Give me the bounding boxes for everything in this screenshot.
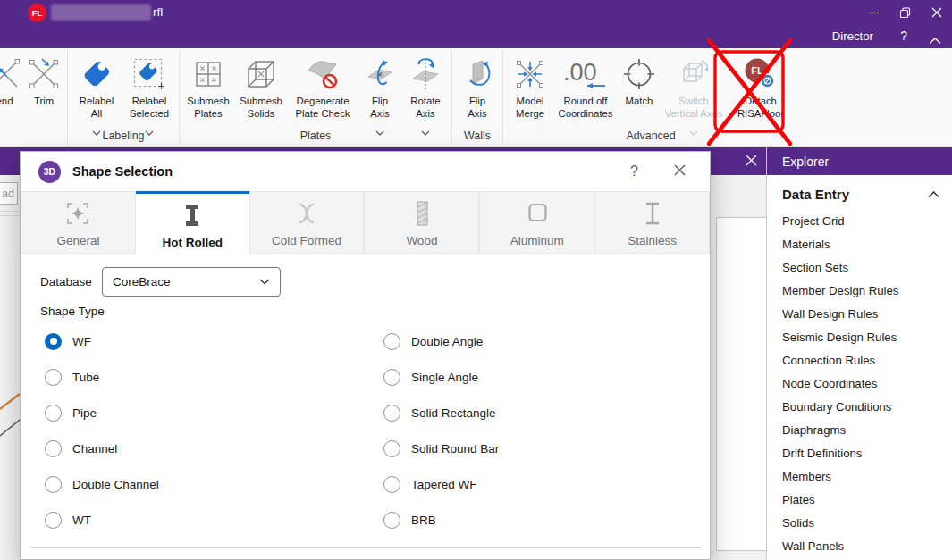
radio-option-single-angle[interactable]: Single Angle xyxy=(383,366,499,388)
dialog-header: 3D Shape Selection ? xyxy=(21,152,710,191)
explorer-panel: Explorer Data Entry Project Grid Materia… xyxy=(766,147,952,560)
shape-options-left-column: WF Tube Pipe Channel Double Channel WT xyxy=(45,330,159,531)
group-label-labeling: Labeling xyxy=(97,130,150,146)
tab-aluminum[interactable]: Aluminum xyxy=(479,191,594,254)
radio-option-brb[interactable]: BRB xyxy=(383,509,499,531)
database-label: Database xyxy=(40,267,92,297)
explorer-item-plates[interactable]: Plates xyxy=(767,489,952,512)
group-separator xyxy=(67,50,68,145)
radio-icon xyxy=(383,512,400,529)
relabel-selected-button[interactable]: Relabel Selected xyxy=(122,48,176,130)
aluminum-tab-icon xyxy=(521,197,553,230)
explorer-item-member-design-rules[interactable]: Member Design Rules xyxy=(767,280,952,303)
flip-axis-plates-button[interactable]: Flip Axis xyxy=(358,48,402,130)
radio-option-double-angle[interactable]: Double Angle xyxy=(383,330,499,352)
trim-button[interactable]: Trim xyxy=(23,48,64,107)
submesh-solids-button[interactable]: Submesh Solids xyxy=(234,48,288,121)
close-button[interactable] xyxy=(922,0,952,25)
explorer-item-node-coordinates[interactable]: Node Coordinates xyxy=(767,372,952,396)
submesh-plates-button[interactable]: Submesh Plates xyxy=(182,48,234,121)
match-icon xyxy=(621,53,657,95)
explorer-item-drift-definitions[interactable]: Drift Definitions xyxy=(767,442,952,465)
model-members-lines xyxy=(0,175,20,560)
explorer-item-connection-rules[interactable]: Connection Rules xyxy=(767,349,952,372)
model-view-close-button[interactable] xyxy=(745,154,758,171)
model-merge-button[interactable]: Model Merge xyxy=(506,48,554,121)
database-selected-value: CoreBrace xyxy=(113,275,259,288)
radio-icon xyxy=(383,333,400,350)
tab-cold-formed[interactable]: Cold Formed xyxy=(249,191,365,254)
explorer-item-solids[interactable]: Solids xyxy=(767,512,952,535)
director-menu[interactable]: Director xyxy=(832,29,873,43)
ribbon-group-modify: end Trim xyxy=(0,48,64,146)
radio-icon xyxy=(45,476,62,493)
explorer-item-members[interactable]: Members xyxy=(767,465,952,489)
radio-option-pipe[interactable]: Pipe xyxy=(45,402,159,423)
match-button[interactable]: Match xyxy=(617,48,661,107)
data-entry-section-header[interactable]: Data Entry xyxy=(767,175,952,210)
group-separator xyxy=(179,50,180,145)
redacted-filename xyxy=(51,4,151,21)
radio-icon xyxy=(383,369,400,386)
switch-vertical-axes-button[interactable]: Switch Vertical Axes xyxy=(661,48,726,130)
detach-risafloor-button[interactable]: FL Detach RISAFloor xyxy=(726,48,796,121)
radio-option-wf[interactable]: WF xyxy=(45,330,159,352)
wall-flip-axis-icon xyxy=(459,53,495,95)
help-button[interactable]: ? xyxy=(900,29,907,43)
explorer-item-diaphragms[interactable]: Diaphragms xyxy=(767,419,952,442)
general-tab-icon xyxy=(62,197,94,230)
rotate-axis-button[interactable]: Rotate Axis xyxy=(402,48,449,130)
shape-selection-dialog: 3D Shape Selection ? General Hot Roll xyxy=(20,151,711,560)
radio-option-wt[interactable]: WT xyxy=(45,509,159,531)
explorer-item-seismic-design-rules[interactable]: Seismic Design Rules xyxy=(767,326,952,349)
tab-general[interactable]: General xyxy=(21,191,136,254)
dialog-3d-icon: 3D xyxy=(38,161,61,183)
shape-category-tabs: General Hot Rolled Cold Formed xyxy=(21,191,710,254)
collapse-ribbon-button[interactable] xyxy=(929,32,941,48)
svg-text:FL: FL xyxy=(751,65,763,76)
dropdown-chevron-icon xyxy=(145,123,154,130)
explorer-item-materials[interactable]: Materials xyxy=(767,233,952,256)
close-icon xyxy=(745,154,758,167)
degenerate-plate-check-button[interactable]: Degenerate Plate Check xyxy=(288,48,358,121)
group-label-plates: Plates xyxy=(295,130,336,146)
dropdown-chevron-icon xyxy=(421,123,430,130)
radio-option-tapered-wf[interactable]: Tapered WF xyxy=(383,473,499,495)
explorer-item-wall-panels[interactable]: Wall Panels xyxy=(767,535,952,558)
hot-rolled-tab-icon xyxy=(176,199,208,231)
explorer-item-boundary-conditions[interactable]: Boundary Conditions xyxy=(767,396,952,419)
radio-icon xyxy=(383,440,400,457)
risafloor-logo-icon: FL xyxy=(28,4,46,22)
restore-icon xyxy=(899,7,911,19)
flip-axis-walls-button[interactable]: Flip Axis xyxy=(455,48,500,121)
workspace-right-sliver xyxy=(711,175,766,560)
dialog-close-button[interactable] xyxy=(673,163,687,180)
maximize-button[interactable] xyxy=(889,0,920,25)
menu-bar: Director ? xyxy=(0,25,952,48)
wood-tab-icon xyxy=(406,197,438,230)
radio-icon xyxy=(383,476,400,493)
group-label-walls: Walls xyxy=(459,130,496,146)
radio-option-channel[interactable]: Channel xyxy=(45,438,159,459)
tab-stainless[interactable]: Stainless xyxy=(594,191,710,254)
explorer-item-section-sets[interactable]: Section Sets xyxy=(767,256,952,280)
relabel-all-button[interactable]: Relabel All xyxy=(71,48,122,130)
dropdown-chevron-icon xyxy=(92,123,101,130)
dropdown-chevron-icon xyxy=(375,123,384,130)
radio-option-tube[interactable]: Tube xyxy=(45,366,159,388)
database-select[interactable]: CoreBrace xyxy=(102,267,281,297)
tab-hot-rolled[interactable]: Hot Rolled xyxy=(136,191,249,254)
tab-wood[interactable]: Wood xyxy=(364,191,479,254)
minimize-button[interactable] xyxy=(859,0,889,25)
dialog-help-button[interactable]: ? xyxy=(630,163,638,180)
group-separator xyxy=(502,50,503,145)
round-off-coordinates-button[interactable]: .00 Round off Coordinates xyxy=(554,48,617,121)
explorer-item-project-grid[interactable]: Project Grid xyxy=(767,210,952,233)
radio-option-solid-rectangle[interactable]: Solid Rectangle xyxy=(383,402,499,423)
rotate-axis-icon xyxy=(408,53,443,95)
radio-option-double-channel[interactable]: Double Channel xyxy=(45,473,159,495)
radio-option-solid-round-bar[interactable]: Solid Round Bar xyxy=(383,438,499,459)
round-off-coordinates-icon: .00 xyxy=(560,53,611,95)
explorer-item-wall-design-rules[interactable]: Wall Design Rules xyxy=(767,303,952,326)
extend-button[interactable]: end xyxy=(0,48,23,107)
